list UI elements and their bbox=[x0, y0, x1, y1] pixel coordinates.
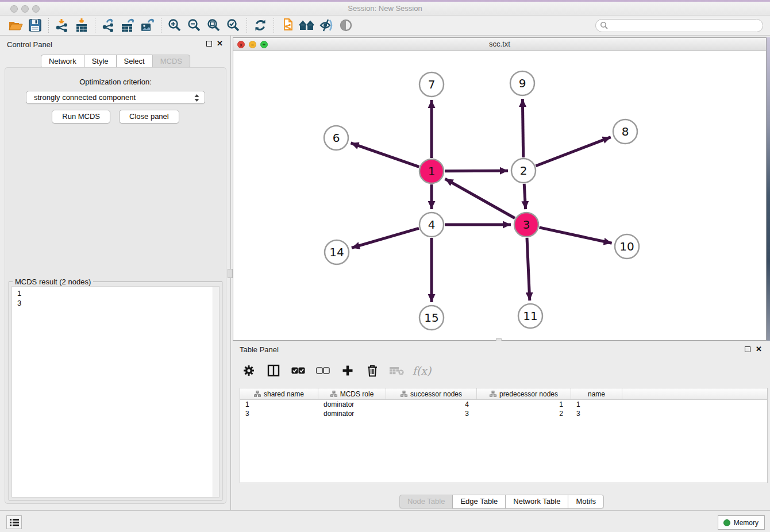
function-builder-icon[interactable]: f(x) bbox=[414, 362, 430, 379]
deselect-all-icon[interactable] bbox=[315, 362, 331, 379]
graph-node-15[interactable]: 15 bbox=[419, 306, 444, 330]
table-cell[interactable]: 3 bbox=[240, 409, 318, 418]
run-mcds-button[interactable]: Run MCDS bbox=[52, 110, 110, 124]
tab-network-table[interactable]: Network Table bbox=[505, 495, 568, 508]
graph-edge-3-11[interactable] bbox=[527, 238, 530, 300]
mcds-buttons-row: Run MCDS Close panel bbox=[5, 110, 226, 124]
delete-table-icon[interactable] bbox=[389, 362, 405, 379]
table-cell[interactable]: 3 bbox=[571, 409, 622, 418]
network-window: x − + scc.txt 7968124314101511 bbox=[233, 37, 767, 341]
graph-edge-1-6[interactable] bbox=[351, 143, 419, 167]
add-row-icon[interactable] bbox=[340, 362, 356, 379]
table-cell[interactable]: 4 bbox=[386, 400, 477, 409]
open-session-icon[interactable] bbox=[6, 17, 25, 34]
close-table-panel-icon[interactable]: ✕ bbox=[756, 345, 762, 354]
search-input[interactable] bbox=[595, 19, 763, 32]
save-session-icon[interactable] bbox=[25, 17, 45, 34]
float-panel-icon[interactable] bbox=[206, 41, 212, 47]
tab-network[interactable]: Network bbox=[41, 55, 84, 68]
tab-node-table[interactable]: Node Table bbox=[399, 495, 453, 508]
criterion-select[interactable]: strongly connected component bbox=[26, 91, 205, 104]
graph-edge-1-2[interactable] bbox=[445, 171, 508, 171]
float-table-panel-icon[interactable] bbox=[745, 346, 750, 352]
graph-node-7[interactable]: 7 bbox=[419, 72, 444, 97]
table-cell[interactable]: 1 bbox=[240, 400, 318, 409]
network-canvas[interactable]: 7968124314101511 bbox=[233, 51, 766, 340]
graph-edge-4-14[interactable] bbox=[352, 228, 419, 248]
graph-node-6[interactable]: 6 bbox=[324, 126, 348, 150]
zoom-in-icon[interactable] bbox=[165, 17, 184, 34]
table-cell[interactable]: dominator bbox=[318, 400, 386, 409]
graph-node-11[interactable]: 11 bbox=[518, 304, 542, 328]
column-label: predecessor nodes bbox=[499, 390, 558, 398]
table-row[interactable]: 3dominator323 bbox=[240, 409, 767, 418]
first-neighbors-icon[interactable] bbox=[297, 17, 317, 34]
table-settings-icon[interactable] bbox=[241, 362, 257, 379]
panel-divider-grip[interactable] bbox=[228, 269, 233, 278]
column-header-successor-nodes[interactable]: successor nodes bbox=[386, 388, 477, 399]
node-table-header: shared nameMCDS rolesuccessor nodesprede… bbox=[240, 388, 767, 400]
task-history-button[interactable] bbox=[6, 515, 22, 529]
birdseye-view-icon[interactable] bbox=[336, 17, 356, 34]
export-image-icon[interactable] bbox=[138, 17, 157, 34]
table-row[interactable]: 1dominator411 bbox=[240, 400, 767, 409]
graph-node-2[interactable]: 2 bbox=[511, 159, 536, 183]
apply-layout-icon[interactable] bbox=[251, 17, 270, 34]
delete-row-icon[interactable] bbox=[364, 362, 380, 379]
mcds-result-text[interactable]: 1 3 bbox=[11, 286, 220, 498]
tab-motifs[interactable]: Motifs bbox=[568, 495, 604, 508]
graph-node-1[interactable]: 1 bbox=[419, 159, 444, 183]
graph-edge-3-1[interactable] bbox=[445, 179, 515, 218]
graph-node-14[interactable]: 14 bbox=[325, 240, 349, 264]
minimize-window-button[interactable] bbox=[21, 5, 29, 13]
maximize-window-button[interactable] bbox=[32, 5, 40, 13]
mcds-result-lines: 1 3 bbox=[17, 289, 21, 307]
graph-node-4[interactable]: 4 bbox=[419, 213, 444, 237]
graph-node-3[interactable]: 3 bbox=[514, 213, 538, 237]
zoom-selected-icon[interactable] bbox=[224, 17, 243, 34]
tab-style[interactable]: Style bbox=[84, 55, 117, 68]
select-all-icon[interactable] bbox=[290, 362, 306, 379]
column-header-name[interactable]: name bbox=[571, 388, 622, 399]
table-cell[interactable]: 1 bbox=[477, 400, 571, 409]
graph-edge-2-8[interactable] bbox=[536, 137, 610, 166]
split-panel-icon[interactable] bbox=[265, 362, 282, 379]
zoom-fit-icon[interactable] bbox=[204, 17, 224, 34]
table-cell[interactable]: dominator bbox=[318, 409, 386, 418]
graph-node-10[interactable]: 10 bbox=[615, 234, 639, 259]
column-header-MCDS-role[interactable]: MCDS role bbox=[318, 388, 386, 399]
column-header-predecessor-nodes[interactable]: predecessor nodes bbox=[477, 388, 571, 399]
table-cell[interactable]: 1 bbox=[571, 400, 622, 409]
network-minimize-button[interactable]: − bbox=[249, 41, 256, 48]
node-label: 11 bbox=[523, 309, 537, 323]
memory-button[interactable]: Memory bbox=[718, 515, 765, 530]
graph-edge-3-10[interactable] bbox=[539, 228, 611, 243]
table-cell[interactable]: 2 bbox=[477, 409, 571, 418]
graph-edge-2-3[interactable] bbox=[524, 184, 525, 209]
network-close-button[interactable]: x bbox=[237, 41, 245, 48]
tab-mcds[interactable]: MCDS bbox=[152, 55, 190, 68]
close-panel-icon[interactable]: ✕ bbox=[217, 39, 223, 48]
close-window-button[interactable] bbox=[10, 5, 18, 13]
close-panel-button[interactable]: Close panel bbox=[119, 110, 179, 124]
table-cell[interactable]: 3 bbox=[386, 409, 477, 418]
graph-node-8[interactable]: 8 bbox=[613, 119, 637, 144]
statusbar: Memory bbox=[0, 510, 770, 532]
network-window-titlebar[interactable]: x − + scc.txt bbox=[233, 38, 766, 51]
import-network-icon[interactable] bbox=[52, 17, 72, 34]
tab-edge-table[interactable]: Edge Table bbox=[452, 495, 506, 508]
network-maximize-button[interactable]: + bbox=[260, 41, 268, 48]
window-title: Session: New Session bbox=[0, 2, 770, 16]
graph-edge-2-9[interactable] bbox=[522, 99, 523, 157]
show-hide-details-icon[interactable] bbox=[317, 17, 336, 34]
import-table-icon[interactable] bbox=[72, 17, 91, 34]
zoom-out-icon[interactable] bbox=[184, 17, 204, 34]
export-table-icon[interactable] bbox=[118, 17, 138, 34]
graph-node-9[interactable]: 9 bbox=[510, 71, 534, 95]
column-header-shared-name[interactable]: shared name bbox=[240, 388, 318, 399]
network-window-title: scc.txt bbox=[233, 38, 766, 51]
result-scrollbar[interactable] bbox=[213, 287, 219, 497]
network-from-selection-icon[interactable] bbox=[278, 17, 297, 34]
export-network-icon[interactable] bbox=[99, 17, 118, 34]
tab-select[interactable]: Select bbox=[116, 55, 153, 68]
